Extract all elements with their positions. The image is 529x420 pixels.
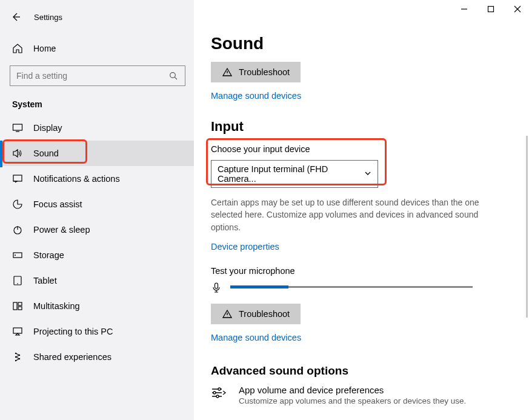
choose-input-label: Choose your input device: [211, 144, 378, 154]
svg-point-0: [170, 73, 176, 78]
window-title: Settings: [34, 13, 62, 22]
troubleshoot-input-button[interactable]: Troubleshoot: [211, 304, 301, 324]
search-input[interactable]: [10, 65, 185, 86]
main-content: Sound Troubleshoot Manage sound devices …: [194, 0, 529, 420]
sidebar-item-label: Notifications & actions: [33, 174, 120, 184]
svg-point-5: [15, 255, 16, 256]
input-helper-text: Certain apps may be set up to use differ…: [211, 196, 490, 233]
titlebar: Settings: [0, 5, 194, 29]
sidebar-item-label: Power & sleep: [33, 225, 90, 235]
warning-icon: [222, 67, 233, 78]
sidebar-item-focus-assist[interactable]: Focus assist: [0, 192, 194, 217]
sound-icon: [12, 148, 23, 159]
projecting-icon: [12, 326, 23, 337]
section-label: System: [0, 86, 194, 115]
storage-icon: [12, 250, 23, 261]
svg-point-13: [19, 355, 20, 356]
svg-point-14: [15, 356, 16, 358]
sidebar-item-label: Multitasking: [33, 301, 80, 311]
notifications-icon: [12, 173, 23, 184]
search-field[interactable]: [16, 71, 162, 81]
svg-point-12: [15, 353, 16, 354]
tablet-icon: [12, 275, 23, 286]
svg-rect-18: [215, 283, 218, 288]
home-label: Home: [33, 44, 56, 53]
sidebar-item-label: Display: [33, 123, 62, 133]
button-label: Troubleshoot: [239, 309, 290, 319]
sidebar-item-label: Projecting to this PC: [33, 327, 113, 336]
button-label: Troubleshoot: [239, 67, 290, 77]
sidebar-item-label: Tablet: [33, 276, 57, 285]
mic-level-meter: [230, 286, 473, 288]
troubleshoot-output-button[interactable]: Troubleshoot: [211, 62, 301, 82]
svg-point-19: [218, 388, 221, 390]
maximize-icon[interactable]: [485, 4, 496, 15]
svg-point-20: [213, 392, 216, 394]
mic-level-fill: [230, 285, 288, 288]
home-link[interactable]: Home: [0, 36, 194, 61]
svg-point-15: [19, 358, 20, 359]
home-icon: [12, 43, 23, 54]
sidebar-item-notifications[interactable]: Notifications & actions: [0, 166, 194, 192]
page-title: Sound: [211, 34, 511, 53]
device-properties-link[interactable]: Device properties: [211, 242, 279, 252]
sidebar-item-tablet[interactable]: Tablet: [0, 268, 194, 293]
sidebar-item-multitasking[interactable]: Multitasking: [0, 293, 194, 319]
mic-icon: [211, 282, 222, 293]
close-icon[interactable]: [512, 4, 523, 15]
app-volume-title: App volume and device preferences: [239, 385, 466, 395]
power-icon: [12, 224, 23, 235]
sidebar-item-projecting[interactable]: Projecting to this PC: [0, 319, 194, 344]
back-icon[interactable]: [11, 12, 21, 22]
sidebar-item-label: Shared experiences: [33, 352, 111, 362]
input-heading: Input: [211, 119, 511, 135]
display-icon: [12, 122, 23, 133]
search-icon: [168, 70, 179, 81]
chevron-down-icon: [364, 169, 371, 179]
sidebar-item-shared-exp[interactable]: Shared experiences: [0, 344, 194, 370]
sidebar-item-sound[interactable]: Sound: [0, 141, 194, 166]
svg-rect-17: [488, 7, 494, 12]
focus-assist-icon: [12, 199, 23, 210]
multitasking-icon: [12, 301, 23, 312]
svg-point-21: [216, 395, 219, 398]
svg-rect-10: [18, 307, 22, 310]
shared-exp-icon: [12, 352, 23, 362]
test-mic-label: Test your microphone: [211, 266, 511, 276]
sidebar-item-display[interactable]: Display: [0, 115, 194, 141]
sidebar-item-label: Storage: [33, 250, 64, 260]
svg-rect-11: [13, 328, 22, 333]
manage-devices-link[interactable]: Manage sound devices: [211, 91, 301, 101]
svg-rect-2: [13, 175, 22, 181]
svg-rect-8: [13, 302, 17, 310]
sidebar: Settings Home System Display Sound Notif…: [0, 0, 194, 420]
svg-point-7: [17, 283, 18, 284]
sidebar-item-power[interactable]: Power & sleep: [0, 217, 194, 242]
svg-rect-9: [18, 302, 22, 305]
sidebar-item-label: Focus assist: [33, 199, 82, 209]
window-controls: [459, 4, 523, 15]
sidebar-item-storage[interactable]: Storage: [0, 242, 194, 268]
app-volume-sub: Customize app volumes and the speakers o…: [239, 396, 466, 405]
advanced-heading: Advanced sound options: [211, 364, 511, 378]
dropdown-value: Capture Input terminal (FHD Camera...: [218, 164, 364, 184]
sidebar-item-label: Sound: [33, 148, 59, 158]
scrollbar[interactable]: [526, 136, 528, 318]
minimize-icon[interactable]: [459, 4, 470, 15]
warning-icon: [222, 308, 233, 319]
manage-devices-link-2[interactable]: Manage sound devices: [211, 333, 301, 342]
svg-point-16: [15, 360, 16, 361]
sliders-icon: [211, 385, 227, 401]
input-device-dropdown[interactable]: Capture Input terminal (FHD Camera...: [211, 160, 378, 188]
svg-rect-1: [13, 124, 22, 130]
app-volume-row[interactable]: App volume and device preferences Custom…: [211, 385, 511, 405]
